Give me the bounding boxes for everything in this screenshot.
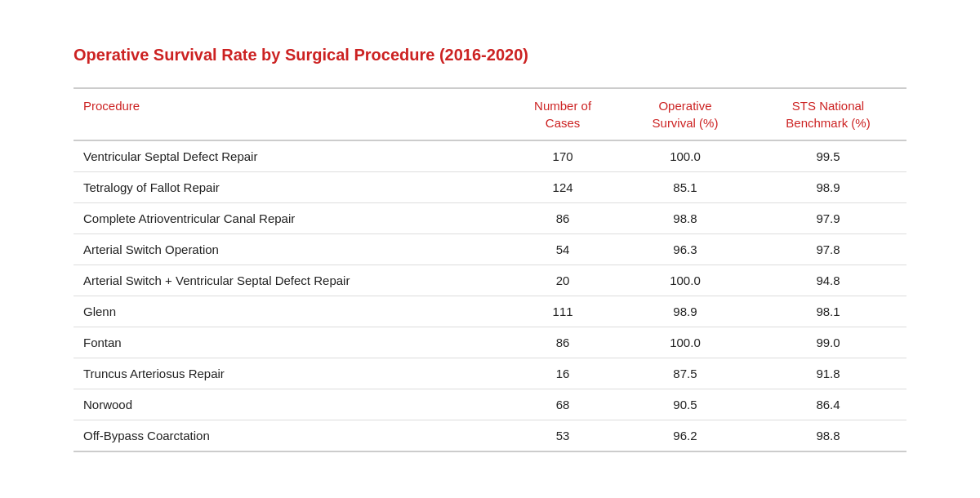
table-row: Truncus Arteriosus Repair1687.591.8 [74, 358, 906, 389]
cell-survival: 98.9 [621, 296, 750, 327]
table-row: Glenn11198.998.1 [74, 296, 906, 327]
cell-survival: 87.5 [621, 358, 750, 389]
table-row: Complete Atrioventricular Canal Repair86… [74, 203, 906, 234]
cell-cases: 86 [505, 203, 621, 234]
cell-benchmark: 98.9 [750, 172, 906, 203]
cell-procedure: Ventricular Septal Defect Repair [74, 140, 505, 172]
cell-survival: 100.0 [621, 265, 750, 296]
table-row: Ventricular Septal Defect Repair170100.0… [74, 140, 906, 172]
cell-cases: 124 [505, 172, 621, 203]
table-row: Tetralogy of Fallot Repair12485.198.9 [74, 172, 906, 203]
cell-benchmark: 97.8 [750, 234, 906, 265]
cell-survival: 98.8 [621, 203, 750, 234]
cell-survival: 96.2 [621, 420, 750, 452]
main-container: Operative Survival Rate by Surgical Proc… [41, 21, 939, 477]
table-row: Arterial Switch + Ventricular Septal Def… [74, 265, 906, 296]
cell-cases: 68 [505, 389, 621, 420]
cell-procedure: Fontan [74, 327, 505, 358]
cell-benchmark: 91.8 [750, 358, 906, 389]
col-header-benchmark: STS NationalBenchmark (%) [750, 88, 906, 140]
cell-survival: 96.3 [621, 234, 750, 265]
cell-procedure: Off-Bypass Coarctation [74, 420, 505, 452]
cell-cases: 20 [505, 265, 621, 296]
cell-benchmark: 94.8 [750, 265, 906, 296]
cell-cases: 86 [505, 327, 621, 358]
col-header-procedure: Procedure [74, 88, 505, 140]
cell-benchmark: 98.1 [750, 296, 906, 327]
cell-survival: 100.0 [621, 140, 750, 172]
cell-benchmark: 99.0 [750, 327, 906, 358]
cell-benchmark: 99.5 [750, 140, 906, 172]
cell-procedure: Norwood [74, 389, 505, 420]
table-header-row: Procedure Number ofCases OperativeSurviv… [74, 88, 906, 140]
cell-benchmark: 97.9 [750, 203, 906, 234]
cell-survival: 100.0 [621, 327, 750, 358]
table-row: Arterial Switch Operation5496.397.8 [74, 234, 906, 265]
cell-benchmark: 86.4 [750, 389, 906, 420]
survival-table: Procedure Number ofCases OperativeSurviv… [74, 87, 906, 452]
cell-survival: 85.1 [621, 172, 750, 203]
cell-procedure: Glenn [74, 296, 505, 327]
cell-procedure: Arterial Switch + Ventricular Septal Def… [74, 265, 505, 296]
col-header-survival: OperativeSurvival (%) [621, 88, 750, 140]
cell-procedure: Complete Atrioventricular Canal Repair [74, 203, 505, 234]
cell-procedure: Truncus Arteriosus Repair [74, 358, 505, 389]
cell-procedure: Tetralogy of Fallot Repair [74, 172, 505, 203]
cell-cases: 54 [505, 234, 621, 265]
cell-cases: 111 [505, 296, 621, 327]
cell-benchmark: 98.8 [750, 420, 906, 452]
table-row: Fontan86100.099.0 [74, 327, 906, 358]
cell-survival: 90.5 [621, 389, 750, 420]
cell-cases: 53 [505, 420, 621, 452]
col-header-cases: Number ofCases [505, 88, 621, 140]
table-row: Norwood6890.586.4 [74, 389, 906, 420]
cell-cases: 170 [505, 140, 621, 172]
cell-cases: 16 [505, 358, 621, 389]
cell-procedure: Arterial Switch Operation [74, 234, 505, 265]
table-row: Off-Bypass Coarctation5396.298.8 [74, 420, 906, 452]
page-title: Operative Survival Rate by Surgical Proc… [74, 46, 906, 64]
